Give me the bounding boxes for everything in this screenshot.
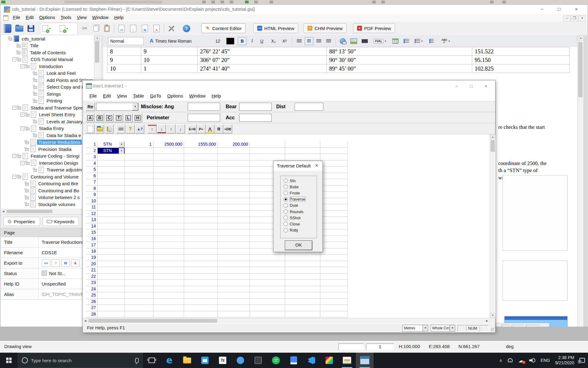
grid-cell[interactable] [218, 198, 250, 205]
add-subtopic-icon[interactable]: +▼ [59, 24, 69, 33]
grid-cell[interactable] [218, 311, 250, 318]
scroll-right-icon[interactable]: ▶ [484, 318, 490, 323]
tree-item-levels-at-january[interactable]: Levels at January [1, 118, 94, 125]
grid-cell[interactable] [250, 148, 285, 154]
grid-cell[interactable] [218, 154, 250, 160]
grid-cell[interactable] [153, 192, 184, 198]
grid-cell[interactable] [218, 242, 250, 248]
grid-cell[interactable] [218, 292, 250, 299]
grid-cell[interactable] [125, 186, 153, 192]
traverse-menu-file[interactable]: File [86, 92, 100, 100]
grid-cell[interactable] [153, 229, 184, 236]
grid-cell[interactable] [184, 217, 218, 223]
tree-item-stockpile-volumes[interactable]: Stockpile volumes [1, 201, 94, 208]
grid-row-number[interactable]: 16 [86, 236, 98, 242]
grid-row-number[interactable]: 13 [86, 217, 98, 223]
grid-cell[interactable] [153, 236, 184, 242]
grid-cell[interactable] [153, 248, 184, 255]
traverse-menu-goto[interactable]: GoTo [147, 92, 164, 100]
context-help-icon[interactable]: ▲? [135, 125, 144, 133]
grid-cell[interactable] [125, 305, 153, 311]
insert-variable-icon[interactable]: #VAL▼ [371, 37, 389, 45]
grid-cell[interactable] [218, 173, 250, 179]
keywords-tab[interactable]: Keywords [43, 217, 79, 226]
grid-horizontal-scrollbar[interactable]: ◀ ▶ [83, 318, 490, 324]
scroll-left-icon[interactable]: ◀ [83, 318, 88, 323]
document-table-cell[interactable]: 9 [107, 56, 141, 64]
numbered-list-icon[interactable]: ▼ [413, 37, 425, 45]
grid-cell[interactable] [184, 255, 218, 261]
grid-cell[interactable] [184, 305, 218, 311]
grid-cell[interactable] [320, 274, 348, 280]
menu-tools[interactable]: Tools [58, 14, 74, 21]
grid-cell[interactable] [184, 229, 218, 236]
close-button[interactable]: × [481, 82, 491, 90]
grid-cell[interactable] [285, 274, 320, 280]
grid-row-number[interactable]: 24 [86, 286, 98, 293]
grid-row-number[interactable]: 3 [86, 154, 98, 160]
radio-close[interactable]: Close [284, 221, 300, 227]
grid-row-number[interactable]: 2 [86, 148, 98, 154]
grid-row-number[interactable]: 22 [86, 274, 98, 280]
grid-cell[interactable] [125, 261, 153, 267]
font-size-combo[interactable]: 12 [212, 37, 223, 45]
grid-cell[interactable] [153, 211, 184, 217]
save-file-icon[interactable] [105, 125, 114, 133]
menu-file[interactable]: File [10, 14, 23, 21]
grid-cell[interactable] [98, 299, 125, 305]
grid-cell[interactable] [218, 167, 250, 173]
grid-cell[interactable] [184, 167, 218, 173]
minimize-button[interactable]: − [535, 5, 549, 13]
grid-cell[interactable] [125, 223, 153, 230]
grid-cell[interactable] [153, 173, 184, 179]
grid-row-number[interactable]: 12 [86, 211, 98, 217]
grid-cell[interactable] [98, 255, 125, 261]
tree-item-title[interactable]: Title [1, 42, 94, 49]
cut-icon[interactable]: ✂ [80, 24, 90, 33]
radio-robj[interactable]: Robj [284, 228, 298, 233]
h-code-button[interactable]: H [133, 113, 142, 122]
grid-cell[interactable] [250, 311, 285, 318]
insert-table-icon[interactable] [391, 37, 400, 45]
grid-row-number[interactable]: 15 [86, 229, 98, 236]
add-to-database-icon[interactable]: +DB [223, 125, 232, 133]
grid-cell[interactable] [218, 211, 250, 217]
document-table-cell[interactable]: 102.825 [472, 64, 570, 73]
mdi-close-icon[interactable]: × [579, 15, 586, 21]
tree-item-level-sheet-entry[interactable]: −Level Sheet Entry [1, 111, 94, 118]
grid-cell[interactable] [218, 217, 250, 223]
circle-combo[interactable]: Whole Circle▼ [431, 325, 455, 332]
grid-cell[interactable] [320, 261, 348, 267]
grid-cell[interactable] [98, 167, 125, 173]
bullet-list-icon[interactable] [402, 37, 411, 45]
grid-cell[interactable] [184, 261, 218, 267]
grid-cell[interactable] [218, 261, 250, 267]
new-project-icon[interactable] [3, 24, 13, 33]
taskbar-app-image-viewer[interactable] [356, 353, 374, 368]
a-code-button[interactable]: A [86, 113, 95, 122]
grid-cell[interactable] [153, 217, 184, 223]
resize-grip[interactable] [491, 328, 494, 332]
grid-row-number[interactable]: 28 [86, 311, 98, 318]
grid-cell[interactable] [218, 286, 250, 293]
superscript-button[interactable]: X² [280, 37, 289, 45]
radio-rounds[interactable]: Rounds [284, 209, 303, 214]
expand-toggle-icon[interactable]: − [21, 126, 24, 130]
chm-preview-button[interactable]: ?CHM Preview [303, 23, 347, 33]
re-button[interactable]: Re [86, 102, 95, 111]
scroll-up-icon[interactable]: ▲ [578, 35, 584, 40]
menu-window[interactable]: Window [89, 14, 111, 21]
grid-cell[interactable] [153, 267, 184, 274]
dropdown-icon[interactable]: ▼ [119, 142, 124, 148]
taskbar-app-photos[interactable] [320, 353, 338, 368]
help-icon[interactable]: ? [126, 125, 135, 133]
taskbar-app-teams[interactable] [232, 353, 249, 368]
grid-cell[interactable] [153, 286, 184, 293]
html-preview-button[interactable]: <>HTML Preview [253, 23, 298, 33]
grid-row-number[interactable]: 25 [86, 292, 98, 299]
grid-cell[interactable] [285, 299, 320, 305]
grid-cell[interactable] [125, 274, 153, 280]
clock[interactable]: 2:38 PM 9/21/2020 [555, 355, 574, 366]
editor-vertical-scrollbar[interactable]: ▲ [577, 35, 584, 327]
grid-cell[interactable] [320, 154, 348, 160]
